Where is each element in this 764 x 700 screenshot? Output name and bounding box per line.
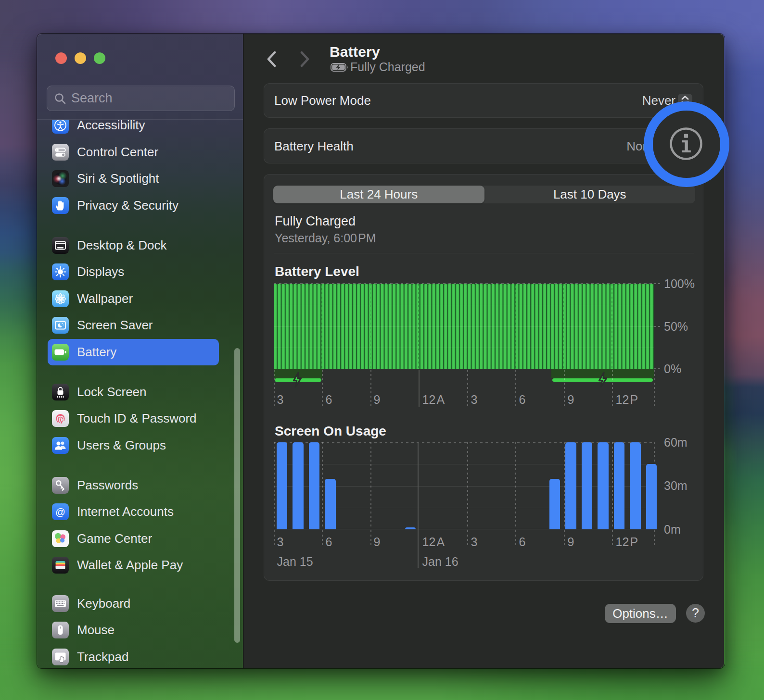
svg-text:@: @ bbox=[55, 506, 65, 517]
